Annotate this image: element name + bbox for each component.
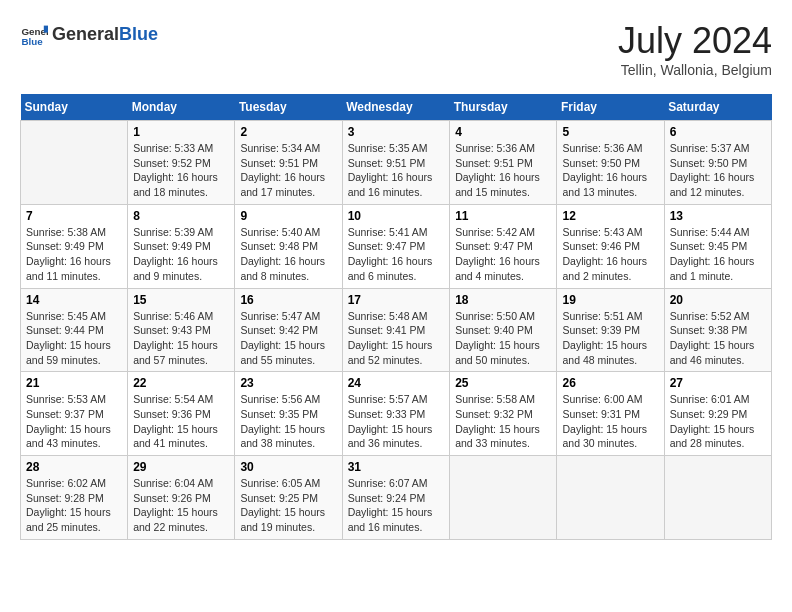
calendar-cell: 4Sunrise: 5:36 AMSunset: 9:51 PMDaylight… (450, 121, 557, 205)
day-number: 23 (240, 376, 336, 390)
calendar-cell: 18Sunrise: 5:50 AMSunset: 9:40 PMDayligh… (450, 288, 557, 372)
day-number: 3 (348, 125, 445, 139)
calendar-week-row: 1Sunrise: 5:33 AMSunset: 9:52 PMDaylight… (21, 121, 772, 205)
day-detail: Sunrise: 5:34 AMSunset: 9:51 PMDaylight:… (240, 141, 336, 200)
day-of-week-header: Tuesday (235, 94, 342, 121)
month-year-title: July 2024 (618, 20, 772, 62)
day-detail: Sunrise: 5:40 AMSunset: 9:48 PMDaylight:… (240, 225, 336, 284)
day-number: 6 (670, 125, 766, 139)
day-detail: Sunrise: 5:53 AMSunset: 9:37 PMDaylight:… (26, 392, 122, 451)
day-of-week-header: Sunday (21, 94, 128, 121)
calendar-cell: 14Sunrise: 5:45 AMSunset: 9:44 PMDayligh… (21, 288, 128, 372)
day-detail: Sunrise: 6:05 AMSunset: 9:25 PMDaylight:… (240, 476, 336, 535)
day-detail: Sunrise: 5:33 AMSunset: 9:52 PMDaylight:… (133, 141, 229, 200)
day-number: 25 (455, 376, 551, 390)
calendar-cell: 27Sunrise: 6:01 AMSunset: 9:29 PMDayligh… (664, 372, 771, 456)
calendar-cell: 16Sunrise: 5:47 AMSunset: 9:42 PMDayligh… (235, 288, 342, 372)
calendar-cell: 1Sunrise: 5:33 AMSunset: 9:52 PMDaylight… (128, 121, 235, 205)
day-detail: Sunrise: 5:41 AMSunset: 9:47 PMDaylight:… (348, 225, 445, 284)
day-number: 14 (26, 293, 122, 307)
day-number: 13 (670, 209, 766, 223)
day-number: 1 (133, 125, 229, 139)
day-detail: Sunrise: 5:39 AMSunset: 9:49 PMDaylight:… (133, 225, 229, 284)
calendar-week-row: 14Sunrise: 5:45 AMSunset: 9:44 PMDayligh… (21, 288, 772, 372)
day-detail: Sunrise: 5:36 AMSunset: 9:50 PMDaylight:… (562, 141, 658, 200)
calendar-cell: 25Sunrise: 5:58 AMSunset: 9:32 PMDayligh… (450, 372, 557, 456)
calendar-cell: 13Sunrise: 5:44 AMSunset: 9:45 PMDayligh… (664, 204, 771, 288)
calendar-week-row: 28Sunrise: 6:02 AMSunset: 9:28 PMDayligh… (21, 456, 772, 540)
calendar-cell: 22Sunrise: 5:54 AMSunset: 9:36 PMDayligh… (128, 372, 235, 456)
day-number: 11 (455, 209, 551, 223)
day-number: 8 (133, 209, 229, 223)
day-detail: Sunrise: 5:36 AMSunset: 9:51 PMDaylight:… (455, 141, 551, 200)
calendar-cell (557, 456, 664, 540)
calendar-cell: 28Sunrise: 6:02 AMSunset: 9:28 PMDayligh… (21, 456, 128, 540)
calendar-cell: 26Sunrise: 6:00 AMSunset: 9:31 PMDayligh… (557, 372, 664, 456)
day-detail: Sunrise: 6:01 AMSunset: 9:29 PMDaylight:… (670, 392, 766, 451)
location-subtitle: Tellin, Wallonia, Belgium (618, 62, 772, 78)
day-detail: Sunrise: 5:47 AMSunset: 9:42 PMDaylight:… (240, 309, 336, 368)
day-number: 18 (455, 293, 551, 307)
day-detail: Sunrise: 5:42 AMSunset: 9:47 PMDaylight:… (455, 225, 551, 284)
day-number: 27 (670, 376, 766, 390)
day-detail: Sunrise: 5:43 AMSunset: 9:46 PMDaylight:… (562, 225, 658, 284)
logo-icon: General Blue (20, 20, 48, 48)
day-number: 9 (240, 209, 336, 223)
day-number: 15 (133, 293, 229, 307)
day-number: 16 (240, 293, 336, 307)
day-detail: Sunrise: 5:38 AMSunset: 9:49 PMDaylight:… (26, 225, 122, 284)
calendar-cell: 20Sunrise: 5:52 AMSunset: 9:38 PMDayligh… (664, 288, 771, 372)
day-detail: Sunrise: 5:58 AMSunset: 9:32 PMDaylight:… (455, 392, 551, 451)
day-number: 22 (133, 376, 229, 390)
day-detail: Sunrise: 5:56 AMSunset: 9:35 PMDaylight:… (240, 392, 336, 451)
day-detail: Sunrise: 5:48 AMSunset: 9:41 PMDaylight:… (348, 309, 445, 368)
day-detail: Sunrise: 5:57 AMSunset: 9:33 PMDaylight:… (348, 392, 445, 451)
day-detail: Sunrise: 5:54 AMSunset: 9:36 PMDaylight:… (133, 392, 229, 451)
day-of-week-header: Wednesday (342, 94, 450, 121)
calendar-cell: 6Sunrise: 5:37 AMSunset: 9:50 PMDaylight… (664, 121, 771, 205)
calendar-cell: 29Sunrise: 6:04 AMSunset: 9:26 PMDayligh… (128, 456, 235, 540)
day-detail: Sunrise: 6:00 AMSunset: 9:31 PMDaylight:… (562, 392, 658, 451)
day-number: 5 (562, 125, 658, 139)
calendar-cell: 9Sunrise: 5:40 AMSunset: 9:48 PMDaylight… (235, 204, 342, 288)
day-number: 20 (670, 293, 766, 307)
day-number: 4 (455, 125, 551, 139)
calendar-cell: 8Sunrise: 5:39 AMSunset: 9:49 PMDaylight… (128, 204, 235, 288)
calendar-cell: 30Sunrise: 6:05 AMSunset: 9:25 PMDayligh… (235, 456, 342, 540)
day-number: 30 (240, 460, 336, 474)
day-number: 28 (26, 460, 122, 474)
calendar-week-row: 21Sunrise: 5:53 AMSunset: 9:37 PMDayligh… (21, 372, 772, 456)
calendar-cell: 31Sunrise: 6:07 AMSunset: 9:24 PMDayligh… (342, 456, 450, 540)
svg-text:Blue: Blue (21, 36, 43, 47)
calendar-cell: 17Sunrise: 5:48 AMSunset: 9:41 PMDayligh… (342, 288, 450, 372)
day-number: 24 (348, 376, 445, 390)
logo-blue-text: Blue (119, 24, 158, 44)
day-of-week-header: Friday (557, 94, 664, 121)
day-number: 17 (348, 293, 445, 307)
day-detail: Sunrise: 5:37 AMSunset: 9:50 PMDaylight:… (670, 141, 766, 200)
calendar-cell: 11Sunrise: 5:42 AMSunset: 9:47 PMDayligh… (450, 204, 557, 288)
day-of-week-header: Monday (128, 94, 235, 121)
page-header: General Blue GeneralBlue July 2024 Telli… (20, 20, 772, 78)
day-detail: Sunrise: 5:45 AMSunset: 9:44 PMDaylight:… (26, 309, 122, 368)
calendar-cell: 12Sunrise: 5:43 AMSunset: 9:46 PMDayligh… (557, 204, 664, 288)
day-number: 2 (240, 125, 336, 139)
calendar-header-row: SundayMondayTuesdayWednesdayThursdayFrid… (21, 94, 772, 121)
calendar-cell (450, 456, 557, 540)
calendar-cell (664, 456, 771, 540)
day-number: 31 (348, 460, 445, 474)
calendar-cell: 3Sunrise: 5:35 AMSunset: 9:51 PMDaylight… (342, 121, 450, 205)
day-detail: Sunrise: 6:07 AMSunset: 9:24 PMDaylight:… (348, 476, 445, 535)
day-of-week-header: Thursday (450, 94, 557, 121)
calendar-cell: 24Sunrise: 5:57 AMSunset: 9:33 PMDayligh… (342, 372, 450, 456)
day-of-week-header: Saturday (664, 94, 771, 121)
day-detail: Sunrise: 5:51 AMSunset: 9:39 PMDaylight:… (562, 309, 658, 368)
calendar-cell: 2Sunrise: 5:34 AMSunset: 9:51 PMDaylight… (235, 121, 342, 205)
calendar-cell: 19Sunrise: 5:51 AMSunset: 9:39 PMDayligh… (557, 288, 664, 372)
calendar-week-row: 7Sunrise: 5:38 AMSunset: 9:49 PMDaylight… (21, 204, 772, 288)
day-detail: Sunrise: 5:46 AMSunset: 9:43 PMDaylight:… (133, 309, 229, 368)
day-detail: Sunrise: 5:44 AMSunset: 9:45 PMDaylight:… (670, 225, 766, 284)
day-number: 19 (562, 293, 658, 307)
svg-marker-2 (44, 26, 48, 33)
calendar-cell: 5Sunrise: 5:36 AMSunset: 9:50 PMDaylight… (557, 121, 664, 205)
